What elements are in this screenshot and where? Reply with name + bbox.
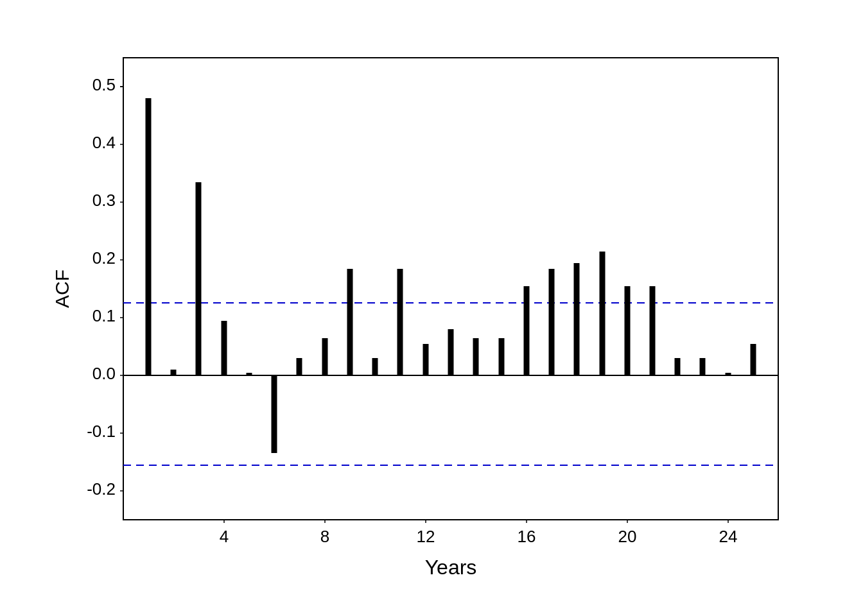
x-tick-20: 20 [618,527,637,546]
acf-chart: // Will be drawn via JS below 0.5 0.4 0.… [46,32,817,584]
y-tick-0.1: 0.1 [92,306,116,325]
y-tick--0.1: -0.1 [87,422,116,441]
x-tick-16: 16 [518,527,536,546]
y-tick-0.5: 0.5 [92,75,116,94]
x-axis-label: Years [425,556,477,579]
y-tick-0.4: 0.4 [92,133,116,152]
chart-background [46,32,817,584]
y-tick-0.3: 0.3 [92,191,116,210]
y-tick-0.0: 0.0 [92,364,116,383]
x-tick-12: 12 [417,527,435,546]
y-axis-label: ACF [51,270,73,308]
y-tick-0.2: 0.2 [92,248,116,268]
x-tick-4: 4 [220,527,229,546]
x-tick-24: 24 [719,527,738,546]
x-tick-8: 8 [320,527,329,546]
y-tick--0.2: -0.2 [87,479,116,499]
